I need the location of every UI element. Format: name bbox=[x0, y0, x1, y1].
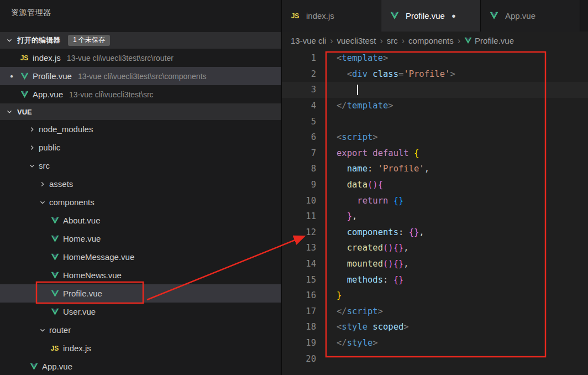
tree-item-profile-vue[interactable]: Profile.vue bbox=[0, 284, 281, 303]
chevron-down-icon bbox=[27, 161, 37, 171]
code-line[interactable]: 20 bbox=[282, 351, 588, 367]
line-number: 1 bbox=[282, 53, 316, 63]
code-line[interactable]: 11 }, bbox=[282, 209, 588, 225]
tree-item-user-vue[interactable]: User.vue bbox=[0, 303, 281, 321]
tree-item-index-js[interactable]: JSindex.js bbox=[0, 339, 281, 357]
vue-logo-icon bbox=[51, 308, 59, 316]
tree-item-homenews-vue[interactable]: HomeNews.vue bbox=[0, 266, 281, 284]
tree-item-label: HomeMessage.vue bbox=[63, 252, 134, 262]
line-number: 13 bbox=[282, 243, 316, 253]
line-text: <template> bbox=[337, 53, 388, 63]
tab-app-vue[interactable]: App.vue bbox=[481, 0, 580, 32]
code-line[interactable]: 6<script> bbox=[282, 129, 588, 145]
explorer-title: 资源管理器 bbox=[0, 0, 281, 32]
breadcrumb-item[interactable]: Profile.vue bbox=[464, 36, 514, 45]
code-line[interactable]: 17</script> bbox=[282, 304, 588, 320]
open-editor-filepath: 13-vue cli\vuecli3test\src\components bbox=[78, 72, 207, 81]
code-line[interactable]: 19</style> bbox=[282, 335, 588, 351]
code-line[interactable]: 2 <div class='Profile'> bbox=[282, 66, 588, 82]
line-number: 3 bbox=[282, 85, 316, 95]
tab-label: App.vue bbox=[505, 11, 536, 20]
line-number: 20 bbox=[282, 354, 316, 364]
tree-item-label: About.vue bbox=[63, 216, 101, 225]
breadcrumb-item[interactable]: vuecli3test bbox=[337, 36, 376, 45]
line-number: 9 bbox=[282, 180, 316, 190]
line-number: 14 bbox=[282, 259, 316, 269]
breadcrumb-item[interactable]: 13-vue cli bbox=[291, 36, 326, 45]
js-file-icon: JS bbox=[51, 345, 59, 352]
tree-item-label: router bbox=[49, 325, 71, 335]
tree-item-assets[interactable]: assets bbox=[0, 175, 281, 193]
open-editor-filepath: 13-vue cli\vuecli3test\src\router bbox=[67, 54, 174, 62]
tree-item-src[interactable]: src bbox=[0, 157, 281, 175]
tree-item-home-vue[interactable]: Home.vue bbox=[0, 230, 281, 248]
code-line[interactable]: 18<style scoped> bbox=[282, 319, 588, 335]
code-line[interactable]: 5 bbox=[282, 113, 588, 129]
code-line[interactable]: 10 return {} bbox=[282, 192, 588, 209]
tree-item-label: src bbox=[39, 161, 50, 170]
line-number: 17 bbox=[282, 306, 316, 316]
line-text: </template> bbox=[337, 101, 393, 111]
breadcrumb-label: src bbox=[387, 36, 398, 45]
code-line[interactable]: 13 created(){}, bbox=[282, 240, 588, 256]
text-cursor bbox=[357, 85, 358, 95]
tree-item-components[interactable]: components bbox=[0, 193, 281, 211]
code-line[interactable]: 7export default { bbox=[282, 145, 588, 162]
tab-profile-vue[interactable]: Profile.vue● bbox=[381, 0, 481, 32]
vue-project-label: VUE bbox=[17, 108, 32, 116]
vue-logo-icon bbox=[51, 217, 59, 225]
vue-project-header[interactable]: VUE bbox=[0, 103, 281, 120]
line-number: 2 bbox=[282, 69, 316, 79]
chevron-right-icon bbox=[27, 143, 37, 153]
code-line[interactable]: 8 name: 'Profile', bbox=[282, 161, 588, 177]
code-line[interactable]: 3 bbox=[282, 82, 588, 98]
open-editor-item[interactable]: ● Profile.vue13-vue cli\vuecli3test\src\… bbox=[0, 67, 281, 85]
tree-item-label: public bbox=[39, 143, 60, 152]
open-editor-item[interactable]: App.vue13-vue cli\vuecli3test\src bbox=[0, 85, 281, 103]
breadcrumb-item[interactable]: src bbox=[387, 36, 398, 45]
breadcrumb: 13-vue cli›vuecli3test›src›components› P… bbox=[282, 32, 588, 50]
file-tree: node_modules public src assets component… bbox=[0, 120, 281, 375]
vscode-window: 资源管理器 打开的编辑器 1 个未保存 JSindex.js13-vue cli… bbox=[0, 0, 588, 375]
code-editor[interactable]: 1<template>2 <div class='Profile'>3 4</t… bbox=[282, 50, 588, 375]
tab-index-js[interactable]: JSindex.js bbox=[282, 0, 381, 32]
code-line[interactable]: 14 mounted(){}, bbox=[282, 256, 588, 272]
tree-item-app-vue[interactable]: App.vue bbox=[0, 357, 281, 375]
code-line[interactable]: 4</template> bbox=[282, 98, 588, 114]
vue-logo-icon bbox=[51, 290, 59, 298]
open-editors-list: JSindex.js13-vue cli\vuecli3test\src\rou… bbox=[0, 49, 281, 103]
line-number: 8 bbox=[282, 164, 316, 174]
open-editor-item[interactable]: JSindex.js13-vue cli\vuecli3test\src\rou… bbox=[0, 49, 281, 67]
line-number: 6 bbox=[282, 132, 316, 142]
chevron-down-icon bbox=[38, 197, 48, 207]
tree-item-about-vue[interactable]: About.vue bbox=[0, 211, 281, 230]
breadcrumb-label: vuecli3test bbox=[337, 36, 376, 45]
unsaved-count-badge: 1 个未保存 bbox=[68, 35, 110, 46]
chevron-right-icon bbox=[27, 124, 37, 134]
open-editors-header[interactable]: 打开的编辑器 1 个未保存 bbox=[0, 32, 281, 49]
line-text: name: 'Profile', bbox=[337, 164, 429, 174]
tree-item-public[interactable]: public bbox=[0, 138, 281, 157]
line-text: }, bbox=[337, 211, 357, 221]
tree-item-node-modules[interactable]: node_modules bbox=[0, 120, 281, 138]
code-line[interactable]: 1<template> bbox=[282, 50, 588, 66]
tree-item-label: components bbox=[49, 197, 95, 207]
tree-item-router[interactable]: router bbox=[0, 321, 281, 339]
chevron-down-icon bbox=[4, 35, 14, 45]
line-number: 4 bbox=[282, 101, 316, 111]
breadcrumb-label: Profile.vue bbox=[475, 36, 514, 45]
line-number: 12 bbox=[282, 227, 316, 237]
open-editor-filename: index.js bbox=[33, 53, 61, 62]
vue-logo-icon bbox=[20, 91, 29, 98]
js-file-icon: JS bbox=[291, 12, 300, 20]
breadcrumb-item[interactable]: components bbox=[408, 36, 454, 45]
tab-bar: JSindex.js Profile.vue● App.vue bbox=[282, 0, 588, 32]
explorer-sidebar: 资源管理器 打开的编辑器 1 个未保存 JSindex.js13-vue cli… bbox=[0, 0, 282, 375]
tree-item-homemessage-vue[interactable]: HomeMessage.vue bbox=[0, 248, 281, 266]
line-text: methods: {} bbox=[337, 275, 403, 285]
line-number: 16 bbox=[282, 290, 316, 300]
code-line[interactable]: 15 methods: {} bbox=[282, 272, 588, 288]
code-line[interactable]: 16} bbox=[282, 288, 588, 304]
code-line[interactable]: 9 data(){ bbox=[282, 177, 588, 193]
code-line[interactable]: 12 components: {}, bbox=[282, 225, 588, 241]
